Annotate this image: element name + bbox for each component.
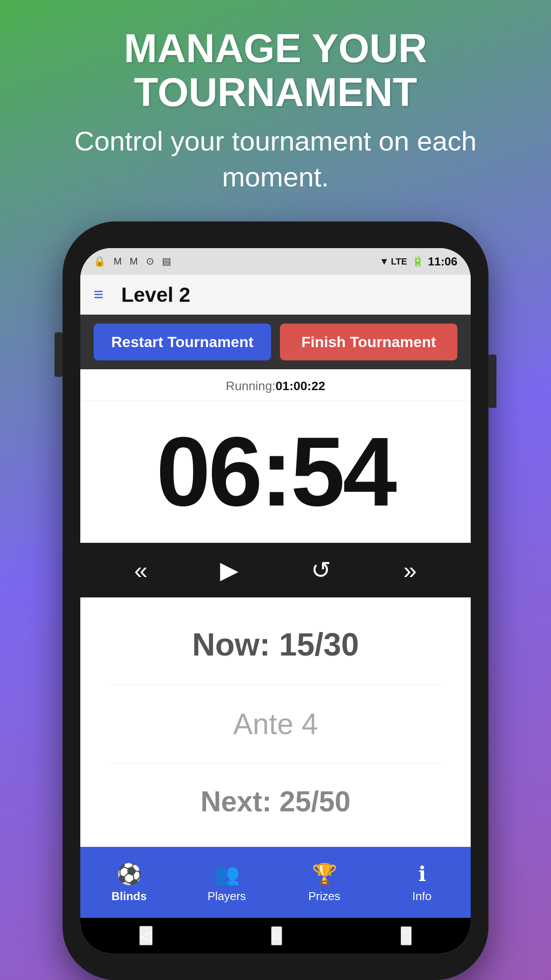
status-icons-left: 🔒 M M ⊙ ▤ xyxy=(94,256,171,267)
status-right: ▾ LTE 🔋 11:06 xyxy=(382,255,457,269)
clock-icon: ⊙ xyxy=(146,256,154,267)
clock-time: 11:06 xyxy=(428,255,458,269)
running-label: Running: xyxy=(226,379,276,393)
nav-item-blinds[interactable]: ⚽ Blinds xyxy=(80,862,178,903)
action-bar: Restart Tournament Finish Tournament xyxy=(80,315,471,369)
blinds-next: Next: 25/50 xyxy=(201,785,350,818)
controls-bar: « ▶ ↺ » xyxy=(80,543,471,597)
big-timer-display: 06:54 xyxy=(89,423,462,521)
nav-item-players[interactable]: 👥 Players xyxy=(178,862,276,903)
lock-icon: 🔒 xyxy=(94,256,106,267)
players-nav-label: Players xyxy=(208,889,246,903)
bottom-nav: ⚽ Blinds 👥 Players 🏆 Prizes ℹ Info xyxy=(80,847,471,918)
android-back-button[interactable]: ◁ xyxy=(139,926,153,945)
blinds-now: Now: 15/30 xyxy=(192,626,359,663)
promo-section: MANAGE YOUR TOURNAMENT Control your tour… xyxy=(0,0,551,213)
app-bar: ≡ Level 2 xyxy=(80,275,471,315)
hamburger-icon[interactable]: ≡ xyxy=(94,285,103,304)
main-content: Running:01:00:22 06:54 « ▶ ↺ » Now: 15/3… xyxy=(80,369,471,847)
running-time: 01:00:22 xyxy=(276,379,325,393)
reset-button[interactable]: ↺ xyxy=(311,556,331,584)
blinds-nav-label: Blinds xyxy=(111,889,146,903)
info-nav-icon: ℹ xyxy=(418,862,426,886)
running-bar: Running:01:00:22 xyxy=(80,369,471,401)
android-recent-button[interactable]: □ xyxy=(401,926,412,945)
promo-title: MANAGE YOUR TOURNAMENT xyxy=(35,27,516,115)
nav-item-info[interactable]: ℹ Info xyxy=(373,862,471,903)
rewind-button[interactable]: « xyxy=(134,557,148,584)
players-nav-icon: 👥 xyxy=(214,862,240,886)
gmail-icon2: M xyxy=(130,256,138,267)
android-home-button[interactable]: ○ xyxy=(271,926,282,945)
nav-item-prizes[interactable]: 🏆 Prizes xyxy=(276,862,373,903)
big-timer-area: 06:54 xyxy=(80,401,471,543)
promo-subtitle: Control your tournament on each moment. xyxy=(35,123,516,195)
play-button[interactable]: ▶ xyxy=(220,556,239,584)
status-bar: 🔒 M M ⊙ ▤ ▾ LTE 🔋 11:06 xyxy=(80,248,471,275)
phone-frame: 🔒 M M ⊙ ▤ ▾ LTE 🔋 11:06 ≡ Level 2 Restar… xyxy=(63,221,488,980)
blinds-nav-icon: ⚽ xyxy=(117,862,142,886)
prizes-nav-icon: 🏆 xyxy=(312,862,337,886)
app-title: Level 2 xyxy=(121,283,190,307)
power-button xyxy=(488,355,496,408)
blinds-ante: Ante 4 xyxy=(233,707,318,741)
prizes-nav-label: Prizes xyxy=(308,889,340,903)
wifi-icon: ▾ xyxy=(382,256,386,267)
lte-icon: LTE xyxy=(391,257,407,267)
gmail-icon1: M xyxy=(114,256,122,267)
restart-tournament-button[interactable]: Restart Tournament xyxy=(94,324,271,360)
android-nav: ◁ ○ □ xyxy=(80,918,471,953)
divider-2 xyxy=(108,763,443,763)
info-nav-label: Info xyxy=(412,889,431,903)
phone-screen: 🔒 M M ⊙ ▤ ▾ LTE 🔋 11:06 ≡ Level 2 Restar… xyxy=(80,248,471,953)
volume-button xyxy=(55,332,63,377)
menu-icon-status: ▤ xyxy=(162,256,171,267)
blinds-info: Now: 15/30 Ante 4 Next: 25/50 xyxy=(80,597,471,847)
battery-icon: 🔋 xyxy=(412,256,424,267)
finish-tournament-button[interactable]: Finish Tournament xyxy=(280,324,457,360)
forward-button[interactable]: » xyxy=(403,557,417,584)
divider-1 xyxy=(108,685,443,685)
